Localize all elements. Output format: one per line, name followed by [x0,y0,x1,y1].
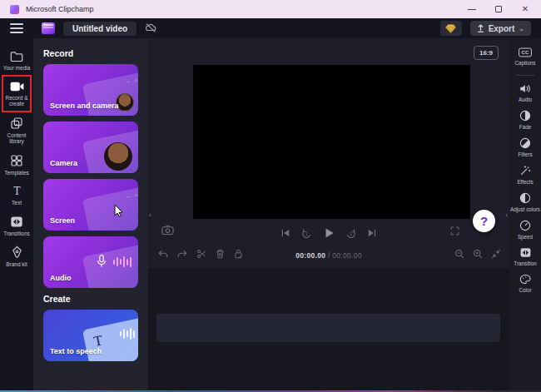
close-button[interactable]: ✕ [521,5,529,13]
presenter-avatar [104,142,132,171]
zoom-in-icon[interactable] [473,249,483,259]
panel-item-speed[interactable]: Speed [509,220,541,240]
video-camera-icon [10,81,24,92]
screen-mockup: – ○ [82,186,138,231]
card-audio[interactable]: Audio [43,236,138,288]
help-button[interactable]: ? [473,210,495,232]
folder-icon [10,50,23,62]
transition-icon [519,247,532,258]
create-section-heading: Create [43,294,138,304]
mouse-cursor-icon [113,204,125,217]
sidebar-item-templates[interactable]: Templates [0,150,33,181]
clipchamp-window: Microsoft Clipchamp ✕ Untitled video [0,0,541,392]
aspect-ratio-button[interactable]: 16:9 [474,46,499,60]
card-text-to-speech[interactable]: T Text to speech [43,310,138,361]
svg-text:T: T [13,185,21,197]
panel-item-audio[interactable]: Audio [509,83,541,102]
collapse-panel-left-icon[interactable]: ‹ [149,211,151,219]
svg-text:CC: CC [522,49,529,55]
export-button[interactable]: Export ⌄ [470,21,531,36]
export-label: Export [489,24,515,33]
upload-icon [477,24,484,32]
panel-item-captions[interactable]: CC Captions [509,47,541,66]
sidebar-item-your-media[interactable]: Your media [0,46,33,77]
cloud-offline-icon [145,21,156,36]
timeline-area [148,268,509,392]
transitions-icon [10,216,23,228]
divider [516,75,534,76]
record-section-heading: Record [43,48,138,58]
empty-timeline-track[interactable] [156,314,500,342]
skip-to-end-button[interactable] [367,228,377,238]
waveform-icon [113,256,132,267]
split-scissors-icon[interactable] [196,249,206,259]
clipchamp-app-icon [10,5,19,14]
zoom-to-fit-icon[interactable] [491,249,501,259]
project-name-input[interactable]: Untitled video [63,22,136,36]
card-screen-and-camera[interactable]: – ○ Screen and camera [43,64,138,116]
play-button[interactable] [323,227,335,239]
hamburger-menu-icon[interactable] [10,23,23,33]
maximize-button[interactable] [494,5,503,13]
filters-icon [519,137,531,149]
gem-icon [445,24,456,33]
redo-icon[interactable] [177,249,187,259]
speedometer-icon [519,220,531,231]
color-palette-icon [519,274,531,285]
sidebar-item-content-library[interactable]: Content library [0,112,33,150]
waveform-icon [120,328,135,340]
adjust-colors-icon [519,192,531,204]
panel-item-filters[interactable]: Filters [509,137,541,157]
upgrade-gem-button[interactable] [440,21,462,36]
window-title: Microsoft Clipchamp [26,5,468,13]
video-canvas[interactable] [193,65,470,219]
timecode-current: 00:00.00 [295,251,325,260]
clipchamp-logo[interactable] [42,22,55,34]
magic-wand-icon [519,165,531,176]
text-tool-icon: T [11,185,23,197]
minimize-button[interactable] [468,5,476,13]
chevron-down-icon: ⌄ [519,25,524,32]
skip-to-start-button[interactable] [280,228,290,238]
collapse-panel-right-icon[interactable]: ‹ [505,211,508,219]
sidebar-item-transitions[interactable]: Transitions [0,211,33,242]
sidebar-item-text[interactable]: T Text [0,181,33,211]
microphone-icon [97,255,107,268]
card-camera[interactable]: Camera [43,122,138,173]
main-sidebar: Your media Record & create Content libra… [0,38,33,392]
captions-icon: CC [519,47,532,57]
card-screen[interactable]: – ○ Screen [43,179,138,231]
svg-text:1: 1 [350,231,352,236]
record-create-panel: Record – ○ Screen and camera Camera – ○ … [33,38,148,392]
rewind-1s-button[interactable]: 1 [301,228,312,239]
playback-controls: 1 1 [148,222,509,244]
lock-icon[interactable] [234,249,243,259]
fullscreen-icon[interactable] [450,226,459,236]
speaker-icon [519,83,532,94]
sidebar-item-brand-kit[interactable]: Brand kit [0,241,33,273]
panel-item-adjust-colors[interactable]: Adjust colors [509,192,541,212]
panel-item-fade[interactable]: Fade [509,110,541,130]
panel-item-effects[interactable]: Effects [509,165,541,185]
timecode-total: 00:00.00 [332,251,362,260]
templates-icon [10,154,23,167]
video-preview-area: 16:9 1 [148,38,509,268]
content-library-icon [10,117,23,130]
sidebar-item-record-create[interactable]: Record & create [0,77,33,112]
fade-icon [519,110,531,122]
delete-trash-icon[interactable] [216,249,225,259]
editor-center: 16:9 1 [148,38,509,392]
panel-item-color[interactable]: Color [509,274,541,293]
timecode-display: 00:00.00 / 00:00.00 [295,251,361,260]
app-header: Untitled video Export ⌄ [0,18,541,38]
window-titlebar: Microsoft Clipchamp ✕ [0,0,541,18]
brand-kit-icon [11,246,23,259]
properties-sidebar: CC Captions Audio Fade Filters [509,38,541,392]
timeline-toolbar: 00:00.00 / 00:00.00 [148,246,509,268]
zoom-out-icon[interactable] [454,249,464,259]
panel-item-transition[interactable]: Transition [509,247,541,266]
snapshot-camera-icon[interactable] [161,225,174,236]
undo-icon[interactable] [158,249,168,259]
forward-1s-button[interactable]: 1 [345,228,356,239]
timecode-separator: / [325,251,332,260]
